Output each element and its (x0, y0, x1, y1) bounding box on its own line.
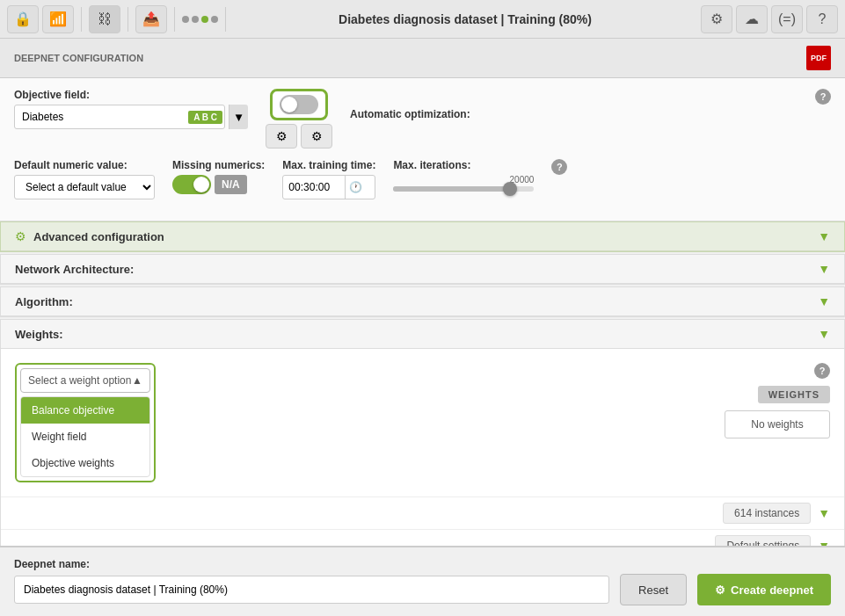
instances-badge: 614 instances (723, 503, 811, 524)
missing-toggle-knob (193, 177, 209, 192)
weights-panel: ? WEIGHTS No weights (170, 363, 830, 438)
toolbar-separator-3 (174, 7, 175, 32)
default-numeric-label: Default numeric value: (14, 159, 155, 171)
deepnet-name-input[interactable] (14, 576, 609, 604)
advanced-config-row[interactable]: ⚙ Advanced configuration ▼ (1, 222, 844, 251)
settings-icon[interactable]: ⚙ (701, 5, 732, 33)
weight-option-field[interactable]: Weight field (21, 424, 149, 450)
weights-content: Select a weight option ▲ Balance objecti… (1, 349, 844, 496)
create-label: Create deepnet (731, 583, 813, 597)
objective-field-group: Objective field: Diabetes A B C ▼ (14, 89, 248, 129)
instances-chevron[interactable]: ▼ (818, 506, 830, 520)
advanced-config: ⚙ Advanced configuration ▼ (0, 221, 845, 252)
abc-badge: A B C (188, 111, 222, 124)
missing-numerics-group: Missing numerics: N/A (172, 159, 265, 194)
objective-field-label: Objective field: (14, 89, 248, 101)
network-icon[interactable]: ⛓ (89, 5, 120, 33)
network-architecture-section: Network Architecture: ▼ (0, 254, 845, 285)
weights-label: WEIGHTS (758, 386, 830, 403)
weight-option-objective[interactable]: Objective weights (21, 450, 149, 476)
slider-fill (393, 186, 506, 192)
weights-header[interactable]: Weights: ▼ (1, 320, 844, 349)
weights-chevron: ▼ (818, 327, 830, 341)
weight-select-trigger[interactable]: Select a weight option ▲ (20, 368, 150, 393)
page-title: Diabetes diagnosis dataset | Training (8… (233, 12, 697, 26)
lock-icon[interactable]: 🔒 (7, 5, 39, 33)
na-badge: N/A (215, 175, 247, 194)
slider-track[interactable] (393, 186, 534, 192)
upload-icon[interactable]: 📤 (135, 5, 167, 33)
algorithm-header[interactable]: Algorithm: ▼ (1, 287, 844, 316)
create-deepnet-button[interactable]: ⚙ Create deepnet (697, 574, 831, 605)
code-icon[interactable]: (=) (771, 5, 803, 33)
reset-button[interactable]: Reset (620, 574, 687, 605)
no-weights-button[interactable]: No weights (725, 410, 830, 438)
deepnet-name-label: Deepnet name: (14, 558, 831, 570)
dot-1 (182, 16, 189, 23)
objective-field-input[interactable]: Diabetes A B C (14, 105, 225, 129)
auto-optimization-label: Automatic optimization: (350, 89, 470, 120)
weights-title: Weights: (15, 328, 818, 341)
progress-dots (182, 16, 218, 23)
algorithm-chevron: ▼ (818, 294, 830, 308)
weight-select-box: Select a weight option ▲ Balance objecti… (15, 363, 156, 482)
opt-icons: ⚙ ⚙ (266, 124, 332, 149)
objective-field-value: Diabetes (15, 111, 188, 123)
dot-3 (201, 16, 208, 23)
bottom-row: Reset ⚙ Create deepnet (14, 574, 831, 605)
missing-numerics-toggle[interactable] (172, 175, 211, 194)
toolbar-separator-1 (81, 7, 82, 32)
objective-field-dropdown[interactable]: ▼ (229, 105, 248, 129)
clock-button[interactable]: 🕐 (345, 176, 366, 199)
max-training-label: Max. training time: (282, 159, 375, 171)
max-iterations-label: Max. iterations: (393, 159, 534, 171)
bottom-area: Deepnet name: Reset ⚙ Create deepnet (0, 546, 845, 616)
default-numeric-input-row: Select a default value (14, 175, 155, 199)
auto-opt-help[interactable]: ? (815, 89, 831, 105)
algorithm-section: Algorithm: ▼ (0, 286, 845, 317)
default-numeric-select[interactable]: Select a default value (14, 175, 155, 199)
cloud-icon[interactable]: ☁ (736, 5, 768, 33)
advanced-gear-icon: ⚙ (15, 229, 26, 243)
form-row-1: Objective field: Diabetes A B C ▼ ⚙ ⚙ Au… (14, 89, 831, 149)
advanced-config-label: Advanced configuration (33, 230, 818, 243)
toolbar-separator-2 (127, 7, 128, 32)
time-input[interactable] (283, 181, 345, 193)
deepnet-name-group: Deepnet name: Reset ⚙ Create deepnet (14, 558, 831, 605)
form-area: Objective field: Diabetes A B C ▼ ⚙ ⚙ Au… (0, 78, 845, 221)
form-help-icon[interactable]: ? (551, 159, 567, 175)
default-numeric-group: Default numeric value: Select a default … (14, 159, 155, 199)
signal-icon[interactable]: 📶 (42, 5, 74, 33)
slider-container: 20000 (393, 175, 534, 192)
network-architecture-title: Network Architecture: (15, 263, 818, 276)
missing-numerics-input-row: N/A (172, 175, 265, 194)
toggle-knob (281, 97, 297, 112)
pdf-button[interactable]: PDF (806, 46, 831, 70)
missing-numerics-label: Missing numerics: (172, 159, 265, 171)
time-input-container[interactable]: 🕐 (282, 175, 375, 199)
weights-help-icon[interactable]: ? (814, 363, 830, 379)
form-row-2: Default numeric value: Select a default … (14, 159, 831, 199)
optimize-icon-2[interactable]: ⚙ (301, 124, 332, 149)
optimize-icon-1[interactable]: ⚙ (266, 124, 297, 149)
toolbar: 🔒 📶 ⛓ 📤 Diabetes diagnosis dataset | Tra… (0, 0, 845, 39)
max-iterations-group: Max. iterations: 20000 (393, 159, 534, 192)
weight-option-balance[interactable]: Balance objective (21, 397, 149, 424)
advanced-chevron-icon: ▼ (818, 229, 830, 243)
dot-2 (192, 16, 199, 23)
weight-options: Balance objective Weight field Objective… (20, 396, 150, 477)
algorithm-title: Algorithm: (15, 295, 818, 308)
network-architecture-chevron: ▼ (818, 262, 830, 276)
weight-select-arrow: ▲ (132, 374, 142, 387)
weight-dropdown-container: Select a weight option ▲ Balance objecti… (15, 363, 156, 482)
slider-thumb[interactable] (503, 182, 517, 196)
instances-row: 614 instances ▼ (1, 496, 844, 529)
auto-optimization-area: ⚙ ⚙ (266, 89, 332, 149)
weights-section: Weights: ▼ Select a weight option ▲ Bala… (0, 319, 845, 562)
network-architecture-header[interactable]: Network Architecture: ▼ (1, 255, 844, 284)
auto-opt-toggle[interactable] (280, 95, 318, 114)
objective-field-input-row: Diabetes A B C ▼ (14, 105, 248, 129)
deepnet-config-header: DEEPNET CONFIGURATION PDF (0, 39, 845, 78)
create-icon: ⚙ (715, 583, 725, 597)
help-icon[interactable]: ? (806, 5, 838, 33)
